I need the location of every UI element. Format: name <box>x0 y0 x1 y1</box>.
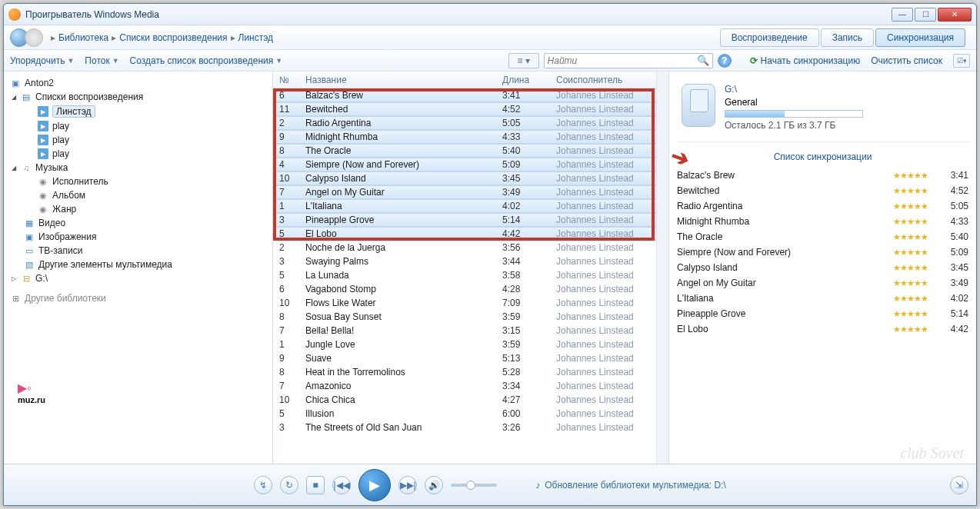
start-sync-button[interactable]: ⟳Начать синхронизацию <box>750 55 861 66</box>
track-row[interactable]: 5Illusion6:00Johannes Linstead <box>273 407 656 421</box>
tree-playlist-item[interactable]: ▶play <box>10 119 266 133</box>
rating-stars[interactable]: ★★★★★ <box>893 263 938 273</box>
vertical-scrollbar[interactable] <box>656 72 668 487</box>
expander-icon[interactable]: ▷ <box>10 275 17 282</box>
sync-options-button[interactable]: ☑▾ <box>953 54 970 68</box>
tab-record[interactable]: Запись <box>821 28 874 47</box>
next-button[interactable]: ▶▶| <box>398 476 417 494</box>
stream-menu[interactable]: Поток▼ <box>85 55 118 66</box>
maximize-button[interactable]: ☐ <box>915 8 936 22</box>
sync-row[interactable]: Bewitched★★★★★4:52 <box>677 184 968 198</box>
track-row[interactable]: 7Amazonico3:34Johannes Linstead <box>273 379 656 393</box>
rating-stars[interactable]: ★★★★★ <box>893 232 938 242</box>
track-row[interactable]: 7Angel on My Guitar3:49Johannes Linstead <box>273 185 656 199</box>
breadcrumb-current[interactable]: Линстэд <box>238 32 274 43</box>
tree-other[interactable]: ▧Другие элементы мультимедиа <box>10 258 266 271</box>
sync-row[interactable]: Angel on My Guitar★★★★★3:49 <box>677 276 968 290</box>
track-row[interactable]: 10Calypso Island3:45Johannes Linstead <box>273 171 656 185</box>
clear-list-button[interactable]: Очистить список <box>871 55 942 66</box>
sync-row[interactable]: L'Italiana★★★★★4:02 <box>677 291 968 305</box>
rating-stars[interactable]: ★★★★★ <box>893 171 938 181</box>
tree-music-item[interactable]: ◉Жанр <box>10 202 266 216</box>
shuffle-button[interactable]: ↯ <box>254 476 272 494</box>
tree-music-item[interactable]: ◉Альбом <box>10 188 266 202</box>
track-row[interactable]: 9Midnight Rhumba4:33Johannes Linstead <box>273 130 656 144</box>
track-row[interactable]: 8Sosua Bay Sunset3:59Johannes Linstead <box>273 310 656 324</box>
breadcrumb-playlists[interactable]: Списки воспроизведения <box>119 32 227 43</box>
track-row[interactable]: 6Vagabond Stomp4:28Johannes Linstead <box>273 282 656 296</box>
search-box[interactable]: 🔍 <box>544 53 713 68</box>
volume-slider[interactable] <box>451 484 497 487</box>
tree-music-item[interactable]: ◉Исполнитель <box>10 175 266 188</box>
rating-stars[interactable]: ★★★★★ <box>893 217 938 227</box>
mute-button[interactable]: 🔊 <box>425 476 443 494</box>
track-row[interactable]: 8The Oracle5:40Johannes Linstead <box>273 144 656 158</box>
minimize-button[interactable]: — <box>892 8 913 22</box>
tab-play[interactable]: Воспроизведение <box>720 28 819 47</box>
tree-music[interactable]: ◢♫Музыка <box>10 161 266 175</box>
track-row[interactable]: 11Bewitched4:52Johannes Linstead <box>273 102 656 116</box>
sync-row[interactable]: Pineapple Grove★★★★★5:14 <box>677 307 968 321</box>
track-row[interactable]: 8Heat in the Torremolinos5:28Johannes Li… <box>273 365 656 379</box>
sync-row[interactable]: Midnight Rhumba★★★★★4:33 <box>677 215 968 228</box>
sync-row[interactable]: Siempre (Now and Forever)★★★★★5:09 <box>677 245 968 259</box>
rating-stars[interactable]: ★★★★★ <box>893 324 938 334</box>
switch-view-button[interactable]: ⇲ <box>950 476 968 494</box>
sync-row[interactable]: Balzac's Brew★★★★★3:41 <box>677 168 968 182</box>
track-row[interactable]: 4Siempre (Now and Forever)5:09Johannes L… <box>273 158 656 171</box>
track-row[interactable]: 1L'Italiana4:02Johannes Linstead <box>273 199 656 213</box>
column-headers[interactable]: № Название Длина Соисполнитель <box>273 72 656 88</box>
nav-forward-button[interactable] <box>25 28 43 47</box>
tree-video[interactable]: ▦Видео <box>10 216 266 230</box>
col-num[interactable]: № <box>273 75 305 85</box>
stop-button[interactable]: ■ <box>306 476 325 494</box>
track-row[interactable]: 2Radio Argentina5:05Johannes Linstead <box>273 116 656 130</box>
track-row[interactable]: 5La Lunada3:58Johannes Linstead <box>273 268 656 282</box>
rating-stars[interactable]: ★★★★★ <box>893 201 938 211</box>
track-row[interactable]: 3The Streets of Old San Juan3:26Johannes… <box>273 421 656 434</box>
tab-sync[interactable]: Синхронизация <box>875 28 965 47</box>
col-artist[interactable]: Соисполнитель <box>556 75 656 85</box>
tree-tv[interactable]: ▭ТВ-записи <box>10 244 266 258</box>
play-button[interactable]: ▶ <box>358 469 391 501</box>
col-title[interactable]: Название <box>305 75 502 85</box>
sync-row[interactable]: Calypso Island★★★★★3:45 <box>677 261 968 274</box>
track-row[interactable]: 10Flows Like Water7:09Johannes Linstead <box>273 296 656 310</box>
close-button[interactable]: ✕ <box>938 8 972 22</box>
muz-logo[interactable]: ▶◦muz.ru <box>18 381 45 404</box>
repeat-button[interactable]: ↻ <box>280 476 298 494</box>
tree-playlists[interactable]: ◢▤Списки воспроизведения <box>10 90 266 104</box>
create-playlist-menu[interactable]: Создать список воспроизведения▼ <box>130 55 283 66</box>
device-panel[interactable]: G:\ General Осталось 2.1 ГБ из 3.7 ГБ <box>677 79 968 142</box>
tree-playlist-item[interactable]: ▶play <box>10 133 266 147</box>
prev-button[interactable]: |◀◀ <box>332 476 351 494</box>
track-row[interactable]: 5El Lobo4:42Johannes Linstead <box>273 227 656 241</box>
track-row[interactable]: 7Bella! Bella!3:15Johannes Linstead <box>273 324 656 338</box>
rating-stars[interactable]: ★★★★★ <box>893 248 938 258</box>
tree-playlist-item[interactable]: ▶play <box>10 147 266 161</box>
rating-stars[interactable]: ★★★★★ <box>893 309 938 319</box>
sync-row[interactable]: The Oracle★★★★★5:40 <box>677 230 968 244</box>
search-input[interactable] <box>548 55 697 66</box>
help-button[interactable]: ? <box>718 54 732 68</box>
sync-row[interactable]: El Lobo★★★★★4:42 <box>677 322 968 336</box>
tree-drive[interactable]: ▷⊟G:\ <box>10 271 266 285</box>
rating-stars[interactable]: ★★★★★ <box>893 186 938 196</box>
track-row[interactable]: 9Suave5:13Johannes Linstead <box>273 351 656 365</box>
rating-stars[interactable]: ★★★★★ <box>893 278 938 288</box>
track-row[interactable]: 3Pineapple Grove5:14Johannes Linstead <box>273 213 656 227</box>
expander-icon[interactable]: ◢ <box>10 165 17 171</box>
track-row[interactable]: 10Chica Chica4:27Johannes Linstead <box>273 393 656 407</box>
breadcrumb-library[interactable]: Библиотека <box>58 32 108 43</box>
view-mode-button[interactable]: ≡ ▾ <box>508 53 539 68</box>
track-row[interactable]: 1Jungle Love3:59Johannes Linstead <box>273 338 656 351</box>
tree-other-libs[interactable]: ⊞Другие библиотеки <box>10 291 266 305</box>
track-row[interactable]: 6Balzac's Brew3:41Johannes Linstead <box>273 88 656 102</box>
tree-user[interactable]: ▣Anton2 <box>10 76 266 90</box>
rating-stars[interactable]: ★★★★★ <box>893 294 938 304</box>
col-length[interactable]: Длина <box>502 75 556 85</box>
tree-images[interactable]: ▣Изображения <box>10 230 266 244</box>
tree-playlist-item[interactable]: ▶Линстэд <box>10 104 266 119</box>
organize-menu[interactable]: Упорядочить▼ <box>10 55 74 66</box>
track-row[interactable]: 3Swaying Palms3:44Johannes Linstead <box>273 254 656 268</box>
